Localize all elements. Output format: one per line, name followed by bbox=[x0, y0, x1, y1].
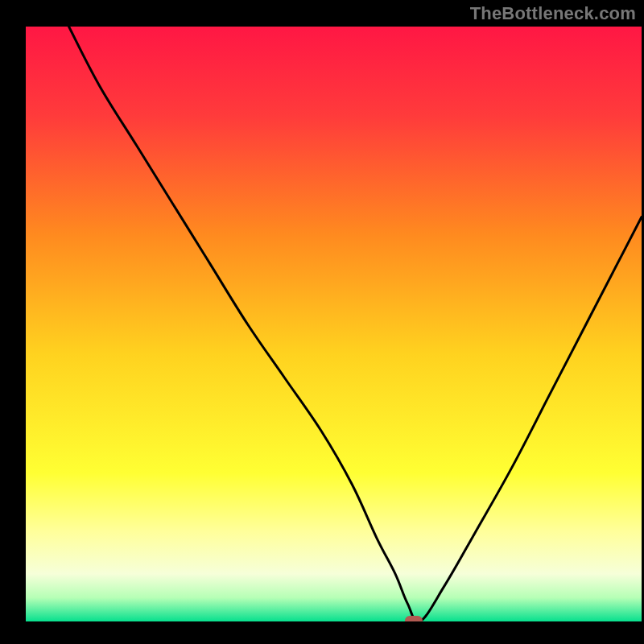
chart-svg bbox=[0, 0, 644, 644]
optimal-point-marker bbox=[405, 616, 423, 625]
watermark-label: TheBottleneck.com bbox=[470, 3, 636, 24]
chart-frame: TheBottleneck.com bbox=[0, 0, 644, 644]
